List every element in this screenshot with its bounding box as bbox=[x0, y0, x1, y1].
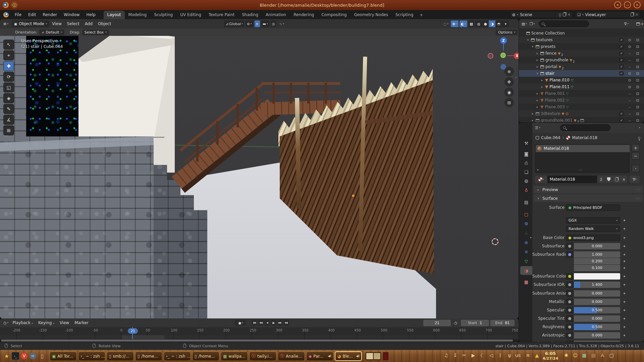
animate-dot[interactable] bbox=[624, 335, 625, 336]
outliner-row-plane001[interactable]: ▸ ▼ Plane.001 ▽ ⌣ ⊡ bbox=[519, 90, 644, 97]
render-camera-icon[interactable]: ⊡ bbox=[635, 118, 640, 123]
expand-arrow[interactable]: ▸ bbox=[536, 58, 539, 62]
render-camera-icon[interactable]: ⊡ bbox=[635, 65, 640, 69]
tool-button[interactable]: ✎ bbox=[3, 104, 14, 114]
hide-eye-icon[interactable]: ⊙ bbox=[627, 78, 632, 82]
animate-dot[interactable] bbox=[624, 228, 625, 230]
material-slot-active[interactable]: Material.018 bbox=[536, 145, 630, 152]
subsurface-radius-y[interactable]: 0.200 bbox=[574, 258, 620, 264]
hide-eye-closed-icon[interactable]: ⌣ bbox=[627, 65, 632, 69]
expand-arrow[interactable]: ▸ bbox=[540, 85, 544, 88]
proportional-falloff-dropdown[interactable]: ∿▾ bbox=[278, 20, 285, 27]
shading-dropdown[interactable]: ▾ bbox=[502, 20, 509, 27]
show-gizmo-toggle[interactable]: ⊕▾ bbox=[451, 20, 459, 27]
hide-eye-closed-icon[interactable]: ⌣ bbox=[627, 98, 632, 103]
new-collection-button[interactable]: + bbox=[635, 20, 644, 27]
outliner-row-plane011[interactable]: ▸ ▼ Plane.011 ▽ ⊙ ⊡ bbox=[519, 83, 644, 90]
viewport-menu[interactable]: View bbox=[49, 20, 64, 27]
exclude-checkbox[interactable]: ✓ bbox=[620, 58, 624, 62]
view-menu[interactable]: View bbox=[57, 319, 72, 326]
outliner-row-plane010[interactable]: ▸ ▼ Plane.010 ▽ ⊙ ⊡ bbox=[519, 77, 644, 83]
video-editor-launcher-icon[interactable]: ✂ bbox=[30, 353, 36, 359]
outliner-row-plane003[interactable]: ▸ ▼ Plane.003 ▽ ⌣ ⊡ bbox=[519, 104, 644, 110]
preview-panel-header[interactable]: ▸Preview ∷∷ bbox=[534, 186, 643, 193]
gizmo-minus-x-axis[interactable] bbox=[488, 53, 493, 59]
tool-button[interactable]: ✚ bbox=[3, 61, 14, 71]
menubar-menu[interactable]: Render bbox=[39, 11, 60, 18]
keying-menu[interactable]: Keying ▾ bbox=[36, 319, 57, 326]
expand-arrow[interactable]: ▸ bbox=[540, 78, 544, 82]
viewport-menu[interactable]: Object bbox=[95, 20, 114, 27]
tray-icon[interactable]: ᛒ bbox=[496, 353, 504, 358]
expand-arrow[interactable]: ▸ bbox=[531, 112, 534, 115]
render-camera-icon[interactable]: ⊡ bbox=[635, 92, 640, 96]
render-camera-icon[interactable]: ⊡ bbox=[635, 38, 640, 42]
viewlayer-selector[interactable]: ❏▾ ViewLayer × bbox=[575, 11, 641, 18]
proportional-edit-toggle[interactable]: ◎ bbox=[271, 20, 277, 27]
subsurface-color-swatch[interactable] bbox=[574, 273, 620, 280]
specular-slider[interactable]: 0.500 bbox=[574, 307, 620, 313]
expand-arrow[interactable]: ▸ bbox=[536, 65, 539, 68]
input-link-toggle[interactable] bbox=[566, 282, 573, 288]
properties-search-input[interactable] bbox=[560, 124, 610, 131]
new-scene-icon[interactable] bbox=[563, 13, 566, 16]
animate-dot[interactable] bbox=[624, 326, 625, 328]
zoom-icon[interactable]: ⊕ bbox=[504, 67, 514, 76]
tool-button[interactable]: ⌖ bbox=[3, 50, 14, 60]
mode-dropdown[interactable]: ▣ Object Mode▾ bbox=[12, 20, 50, 27]
tab-constraints[interactable]: ⧈ bbox=[520, 247, 532, 256]
tray-icon[interactable]: ◁ bbox=[487, 353, 495, 358]
use-preview-range-clock-icon[interactable]: ◷ bbox=[453, 319, 459, 326]
exclude-checkbox[interactable]: ✓ bbox=[620, 51, 624, 55]
subsurface-radius-z[interactable]: 0.100 bbox=[574, 265, 620, 271]
outliner-row-fence[interactable]: ▸ fence ▼2 ✓ ⌣ ⊡ bbox=[519, 50, 644, 57]
package-launcher-icon[interactable]: ▯ bbox=[38, 352, 46, 360]
hide-eye-icon[interactable]: ⊙ bbox=[627, 45, 632, 49]
expand-arrow[interactable]: ▾ bbox=[526, 38, 530, 42]
menubar-menu[interactable]: File bbox=[11, 11, 25, 18]
breadcrumb-material[interactable]: Material.018 bbox=[572, 135, 597, 140]
blender-menu-icon[interactable] bbox=[3, 12, 9, 17]
workspace-tab[interactable]: Compositing bbox=[318, 11, 350, 19]
pivot-point-dropdown[interactable]: ⊚▾ bbox=[246, 20, 253, 27]
animate-dot[interactable] bbox=[624, 318, 625, 319]
tray-icon[interactable]: ψ bbox=[505, 353, 514, 358]
exclude-checkbox[interactable]: ✓ bbox=[620, 45, 624, 49]
hide-eye-icon[interactable]: ⊙ bbox=[627, 38, 632, 42]
next-keyframe-button[interactable]: ▶▶ bbox=[277, 320, 283, 326]
animate-dot[interactable] bbox=[624, 309, 625, 311]
base-color-texture-button[interactable]: wood3.png bbox=[566, 235, 620, 241]
taskbar-window-button[interactable]: ›_ ~ : zsh ... bbox=[164, 351, 191, 361]
outliner-filter-mode-dropdown[interactable]: ❐▾ bbox=[528, 20, 536, 27]
window-titlebar[interactable]: Blender [/home/amalie/Desktop/blender/bu… bbox=[0, 0, 644, 10]
snap-settings-dropdown[interactable]: ▬▾ bbox=[261, 20, 269, 27]
input-link-toggle[interactable] bbox=[566, 251, 573, 258]
exclude-checkbox[interactable]: ✓ bbox=[620, 71, 624, 75]
scene-selector[interactable]: ◍▾ Scene × bbox=[510, 11, 573, 18]
surface-shader-button[interactable]: Principled BSDF bbox=[566, 204, 620, 211]
exclude-checkbox[interactable]: ✓ bbox=[620, 38, 624, 42]
taskbar-window-button[interactable]: ◆ Par... ◀)) bbox=[306, 351, 333, 361]
pin-id-icon[interactable] bbox=[638, 137, 640, 139]
timeline-ruler[interactable]: -200 -150 -100 -50 0 50 100 150 200 250 … bbox=[0, 327, 519, 335]
expand-arrow[interactable]: ▾ bbox=[531, 45, 534, 48]
input-link-toggle[interactable] bbox=[566, 243, 573, 249]
render-camera-icon[interactable]: ⊡ bbox=[635, 58, 640, 62]
input-link-toggle[interactable] bbox=[566, 273, 573, 280]
add-material-slot-button[interactable]: + bbox=[632, 144, 640, 152]
jump-to-end-button[interactable]: ▶▮ bbox=[283, 320, 289, 326]
tray-icon[interactable]: ≋ bbox=[524, 353, 532, 358]
options-dropdown[interactable]: Options▾ bbox=[496, 29, 518, 35]
taskbar-window-button[interactable]: ◕ Ble... ◀)) bbox=[335, 351, 362, 361]
anisotropic-slider[interactable]: 0.000 bbox=[574, 332, 620, 339]
tab-render[interactable]: ◙ bbox=[520, 149, 532, 158]
subsurface-ior-slider[interactable]: 1.400 bbox=[574, 282, 620, 288]
outliner-search-input[interactable] bbox=[539, 20, 589, 27]
list-grip[interactable]: ∷∷ bbox=[579, 168, 582, 172]
tray-icon[interactable]: ↧ bbox=[451, 353, 459, 358]
jump-to-start-button[interactable]: ▮◀ bbox=[252, 320, 257, 326]
tool-button[interactable]: ⊞ bbox=[3, 125, 14, 135]
expand-arrow[interactable]: ▸ bbox=[531, 119, 534, 122]
tray-icon[interactable]: A bbox=[598, 353, 606, 358]
tab-material[interactable]: ◑ bbox=[520, 266, 532, 275]
